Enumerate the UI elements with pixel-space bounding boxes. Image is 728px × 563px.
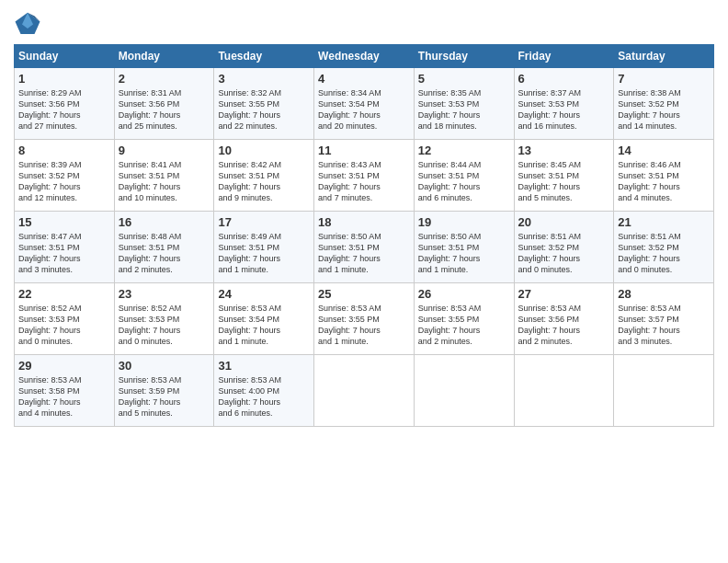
day-number: 20	[518, 215, 610, 229]
calendar-table: SundayMondayTuesdayWednesdayThursdayFrid…	[14, 44, 714, 427]
day-number: 30	[119, 359, 210, 373]
day-number: 25	[318, 287, 410, 301]
day-info: Sunrise: 8:53 AM Sunset: 4:00 PM Dayligh…	[218, 374, 310, 419]
day-info: Sunrise: 8:46 AM Sunset: 3:51 PM Dayligh…	[618, 159, 710, 204]
day-info: Sunrise: 8:52 AM Sunset: 3:53 PM Dayligh…	[119, 303, 210, 348]
day-number: 7	[618, 72, 710, 86]
day-cell: 5Sunrise: 8:35 AM Sunset: 3:53 PM Daylig…	[414, 68, 514, 140]
day-cell	[614, 355, 714, 427]
page-header	[14, 9, 714, 37]
day-number: 22	[18, 287, 110, 301]
header-monday: Monday	[114, 45, 214, 68]
logo-icon	[14, 9, 41, 37]
day-info: Sunrise: 8:44 AM Sunset: 3:51 PM Dayligh…	[418, 159, 510, 204]
day-cell	[314, 355, 415, 427]
day-info: Sunrise: 8:48 AM Sunset: 3:51 PM Dayligh…	[119, 231, 210, 276]
day-number: 28	[618, 287, 710, 301]
header-thursday: Thursday	[414, 45, 514, 68]
day-info: Sunrise: 8:52 AM Sunset: 3:53 PM Dayligh…	[18, 303, 110, 348]
logo	[14, 9, 45, 37]
day-info: Sunrise: 8:53 AM Sunset: 3:59 PM Dayligh…	[119, 374, 210, 419]
day-cell: 23Sunrise: 8:52 AM Sunset: 3:53 PM Dayli…	[114, 283, 214, 355]
day-cell: 16Sunrise: 8:48 AM Sunset: 3:51 PM Dayli…	[114, 212, 214, 283]
day-info: Sunrise: 8:53 AM Sunset: 3:55 PM Dayligh…	[318, 303, 410, 348]
day-info: Sunrise: 8:50 AM Sunset: 3:51 PM Dayligh…	[318, 231, 410, 276]
day-number: 15	[18, 215, 110, 229]
day-number: 2	[119, 72, 210, 86]
day-number: 27	[518, 287, 610, 301]
day-info: Sunrise: 8:43 AM Sunset: 3:51 PM Dayligh…	[318, 159, 410, 204]
day-number: 24	[218, 287, 310, 301]
day-info: Sunrise: 8:41 AM Sunset: 3:51 PM Dayligh…	[119, 159, 210, 204]
header-saturday: Saturday	[614, 45, 714, 68]
day-cell: 27Sunrise: 8:53 AM Sunset: 3:56 PM Dayli…	[514, 283, 614, 355]
day-number: 31	[218, 359, 310, 373]
day-info: Sunrise: 8:45 AM Sunset: 3:51 PM Dayligh…	[518, 159, 610, 204]
day-info: Sunrise: 8:37 AM Sunset: 3:53 PM Dayligh…	[518, 87, 610, 132]
day-cell: 24Sunrise: 8:53 AM Sunset: 3:54 PM Dayli…	[214, 283, 314, 355]
week-row-1: 1Sunrise: 8:29 AM Sunset: 3:56 PM Daylig…	[15, 68, 714, 140]
day-cell: 17Sunrise: 8:49 AM Sunset: 3:51 PM Dayli…	[214, 212, 314, 283]
day-cell: 30Sunrise: 8:53 AM Sunset: 3:59 PM Dayli…	[114, 355, 214, 427]
day-info: Sunrise: 8:51 AM Sunset: 3:52 PM Dayligh…	[618, 231, 710, 276]
day-info: Sunrise: 8:53 AM Sunset: 3:54 PM Dayligh…	[218, 303, 310, 348]
day-cell: 15Sunrise: 8:47 AM Sunset: 3:51 PM Dayli…	[15, 212, 115, 283]
day-info: Sunrise: 8:47 AM Sunset: 3:51 PM Dayligh…	[18, 231, 110, 276]
day-cell: 31Sunrise: 8:53 AM Sunset: 4:00 PM Dayli…	[214, 355, 314, 427]
day-number: 8	[18, 144, 110, 157]
day-cell: 8Sunrise: 8:39 AM Sunset: 3:52 PM Daylig…	[15, 140, 115, 212]
day-info: Sunrise: 8:35 AM Sunset: 3:53 PM Dayligh…	[418, 87, 510, 132]
day-info: Sunrise: 8:29 AM Sunset: 3:56 PM Dayligh…	[18, 87, 110, 132]
header-tuesday: Tuesday	[214, 45, 314, 68]
day-cell: 13Sunrise: 8:45 AM Sunset: 3:51 PM Dayli…	[514, 140, 614, 212]
day-number: 9	[119, 144, 210, 157]
day-cell: 4Sunrise: 8:34 AM Sunset: 3:54 PM Daylig…	[314, 68, 415, 140]
day-info: Sunrise: 8:53 AM Sunset: 3:57 PM Dayligh…	[618, 303, 710, 348]
day-cell: 9Sunrise: 8:41 AM Sunset: 3:51 PM Daylig…	[114, 140, 214, 212]
day-number: 29	[18, 359, 110, 373]
header-row: SundayMondayTuesdayWednesdayThursdayFrid…	[15, 45, 714, 68]
day-number: 4	[318, 72, 410, 86]
day-number: 19	[418, 215, 510, 229]
day-number: 12	[418, 144, 510, 157]
day-number: 17	[218, 215, 310, 229]
week-row-5: 29Sunrise: 8:53 AM Sunset: 3:58 PM Dayli…	[15, 355, 714, 427]
day-cell: 29Sunrise: 8:53 AM Sunset: 3:58 PM Dayli…	[15, 355, 115, 427]
day-cell: 25Sunrise: 8:53 AM Sunset: 3:55 PM Dayli…	[314, 283, 415, 355]
header-sunday: Sunday	[15, 45, 115, 68]
day-cell: 12Sunrise: 8:44 AM Sunset: 3:51 PM Dayli…	[414, 140, 514, 212]
day-cell: 19Sunrise: 8:50 AM Sunset: 3:51 PM Dayli…	[414, 212, 514, 283]
day-info: Sunrise: 8:42 AM Sunset: 3:51 PM Dayligh…	[218, 159, 310, 204]
day-cell: 18Sunrise: 8:50 AM Sunset: 3:51 PM Dayli…	[314, 212, 415, 283]
day-info: Sunrise: 8:53 AM Sunset: 3:58 PM Dayligh…	[18, 374, 110, 419]
day-cell: 7Sunrise: 8:38 AM Sunset: 3:52 PM Daylig…	[614, 68, 714, 140]
day-number: 21	[618, 215, 710, 229]
day-cell: 11Sunrise: 8:43 AM Sunset: 3:51 PM Dayli…	[314, 140, 415, 212]
day-cell	[514, 355, 614, 427]
day-info: Sunrise: 8:51 AM Sunset: 3:52 PM Dayligh…	[518, 231, 610, 276]
day-cell: 20Sunrise: 8:51 AM Sunset: 3:52 PM Dayli…	[514, 212, 614, 283]
header-wednesday: Wednesday	[314, 45, 415, 68]
day-number: 1	[18, 72, 110, 86]
day-info: Sunrise: 8:53 AM Sunset: 3:55 PM Dayligh…	[418, 303, 510, 348]
day-cell: 28Sunrise: 8:53 AM Sunset: 3:57 PM Dayli…	[614, 283, 714, 355]
day-cell: 2Sunrise: 8:31 AM Sunset: 3:56 PM Daylig…	[114, 68, 214, 140]
header-friday: Friday	[514, 45, 614, 68]
day-info: Sunrise: 8:38 AM Sunset: 3:52 PM Dayligh…	[618, 87, 710, 132]
week-row-2: 8Sunrise: 8:39 AM Sunset: 3:52 PM Daylig…	[15, 140, 714, 212]
day-cell: 10Sunrise: 8:42 AM Sunset: 3:51 PM Dayli…	[214, 140, 314, 212]
day-info: Sunrise: 8:34 AM Sunset: 3:54 PM Dayligh…	[318, 87, 410, 132]
day-number: 18	[318, 215, 410, 229]
day-number: 26	[418, 287, 510, 301]
page-container: SundayMondayTuesdayWednesdayThursdayFrid…	[0, 0, 728, 436]
day-cell	[414, 355, 514, 427]
day-number: 23	[119, 287, 210, 301]
day-cell: 22Sunrise: 8:52 AM Sunset: 3:53 PM Dayli…	[15, 283, 115, 355]
day-cell: 3Sunrise: 8:32 AM Sunset: 3:55 PM Daylig…	[214, 68, 314, 140]
day-number: 16	[119, 215, 210, 229]
day-cell: 6Sunrise: 8:37 AM Sunset: 3:53 PM Daylig…	[514, 68, 614, 140]
day-info: Sunrise: 8:31 AM Sunset: 3:56 PM Dayligh…	[119, 87, 210, 132]
day-cell: 21Sunrise: 8:51 AM Sunset: 3:52 PM Dayli…	[614, 212, 714, 283]
day-info: Sunrise: 8:50 AM Sunset: 3:51 PM Dayligh…	[418, 231, 510, 276]
day-cell: 26Sunrise: 8:53 AM Sunset: 3:55 PM Dayli…	[414, 283, 514, 355]
